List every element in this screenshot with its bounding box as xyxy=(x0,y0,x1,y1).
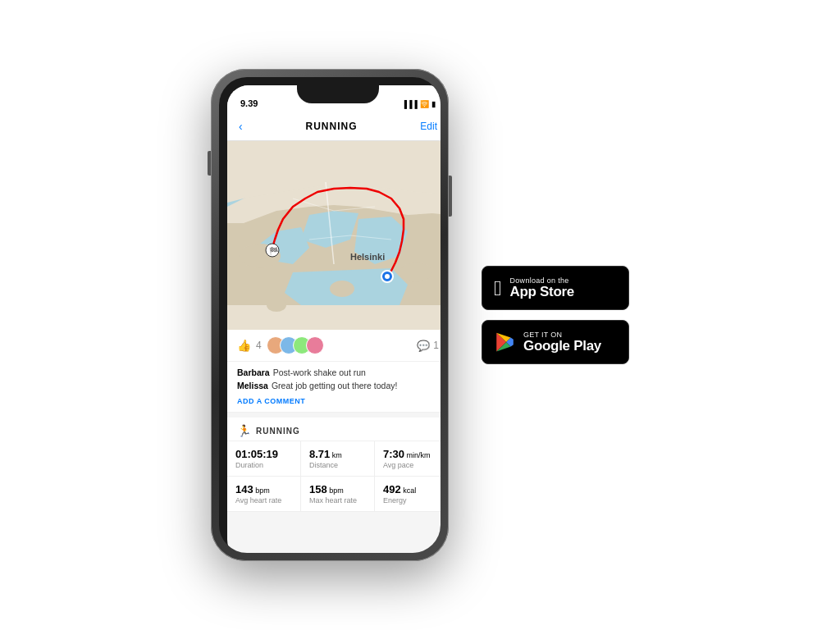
comment-count: 1 xyxy=(433,340,439,351)
social-bar: 👍 4 💬 1 xyxy=(227,330,441,362)
battery-icon: ▮ xyxy=(431,100,436,108)
comment-text-1: Post-work shake out run xyxy=(273,367,366,380)
svg-point-8 xyxy=(385,274,390,279)
status-icons: ▐▐▐ 🛜 ▮ xyxy=(402,100,436,108)
stat-max-hr-value: 158 bpm xyxy=(309,483,366,495)
googleplay-badge[interactable]: GET IT ON Google Play xyxy=(482,320,629,364)
google-play-icon xyxy=(494,331,515,353)
stats-row-1: 01:05:19 Duration 8.71 km Distance xyxy=(227,441,441,477)
comment-author-1: Barbara xyxy=(237,367,270,380)
stat-avg-hr-value: 143 bpm xyxy=(235,483,292,495)
stat-pace-value: 7:30 min/km xyxy=(383,448,441,460)
phone-mockup: 9.39 ▐▐▐ 🛜 ▮ ‹ RUNNING Edit xyxy=(211,69,449,561)
svg-point-4 xyxy=(267,299,286,312)
notch xyxy=(297,85,379,103)
appstore-line2: App Store xyxy=(510,285,575,300)
stat-duration: 01:05:19 Duration xyxy=(227,441,301,476)
signal-icon: ▐▐▐ xyxy=(402,100,418,108)
appstore-badge[interactable]:  Download on the App Store xyxy=(482,266,629,310)
nav-bar: ‹ RUNNING Edit xyxy=(227,112,441,141)
stat-avg-hr-label: Avg heart rate xyxy=(235,496,292,504)
stat-distance: 8.71 km Distance xyxy=(301,441,375,476)
social-left: 👍 4 xyxy=(237,336,324,354)
stat-energy-value: 492 kcal xyxy=(383,483,441,495)
stat-max-hr: 158 bpm Max heart rate xyxy=(301,477,375,511)
helsinki-label: Helsinki xyxy=(350,252,385,262)
activity-header: 🏃 RUNNING xyxy=(227,418,441,441)
stat-energy-label: Energy xyxy=(383,496,441,504)
comment-row-2: Melissa Great job getting out there toda… xyxy=(237,380,439,393)
stat-pace: 7:30 min/km Avg pace xyxy=(375,441,441,476)
googleplay-line2: Google Play xyxy=(523,339,601,354)
appstore-text: Download on the App Store xyxy=(510,276,575,300)
stats-row-2: 143 bpm Avg heart rate 158 bpm Max heart… xyxy=(227,477,441,512)
back-button[interactable]: ‹ xyxy=(239,120,243,133)
phone-screen: 9.39 ▐▐▐ 🛜 ▮ ‹ RUNNING Edit xyxy=(227,85,441,553)
nav-title: RUNNING xyxy=(305,121,357,132)
googleplay-text: GET IT ON Google Play xyxy=(523,331,601,354)
comment-icon[interactable]: 💬 xyxy=(417,340,430,352)
status-time: 9.39 xyxy=(240,98,258,108)
comments-section: Barbara Post-work shake out run Melissa … xyxy=(227,362,441,413)
comment-row-1: Barbara Post-work shake out run xyxy=(237,367,439,380)
svg-text:🏁: 🏁 xyxy=(269,246,279,256)
edit-button[interactable]: Edit xyxy=(420,121,437,132)
stat-pace-label: Avg pace xyxy=(383,461,441,469)
comment-author-2: Melissa xyxy=(237,380,268,393)
stat-distance-label: Distance xyxy=(309,461,366,469)
stat-energy: 492 kcal Energy xyxy=(375,477,441,511)
map-area: Helsinki 🏁 xyxy=(227,141,441,330)
phone-inner: 9.39 ▐▐▐ 🛜 ▮ ‹ RUNNING Edit xyxy=(219,77,441,553)
map-svg: Helsinki 🏁 xyxy=(227,141,441,330)
avatars xyxy=(267,336,324,354)
svg-point-2 xyxy=(399,262,432,282)
social-right: 💬 1 xyxy=(417,340,439,352)
apple-icon:  xyxy=(494,276,502,301)
scene: 9.39 ▐▐▐ 🛜 ▮ ‹ RUNNING Edit xyxy=(211,69,629,561)
avatar-4 xyxy=(306,336,324,354)
add-comment[interactable]: ADD A COMMENT xyxy=(237,396,439,408)
wifi-icon: 🛜 xyxy=(420,100,429,108)
stat-max-hr-label: Max heart rate xyxy=(309,496,366,504)
stat-duration-label: Duration xyxy=(235,461,292,469)
comment-text-2: Great job getting out there today! xyxy=(272,380,398,393)
running-icon: 🏃 xyxy=(237,424,251,437)
like-icon[interactable]: 👍 xyxy=(237,339,251,352)
phone-outer: 9.39 ▐▐▐ 🛜 ▮ ‹ RUNNING Edit xyxy=(211,69,449,561)
activity-label: RUNNING xyxy=(256,427,300,436)
activity-section: 🏃 RUNNING 01:05:19 Duration xyxy=(227,418,441,512)
stat-distance-value: 8.71 km xyxy=(309,448,366,460)
like-count: 4 xyxy=(256,340,262,351)
app-badges:  Download on the App Store GET IT ON Go… xyxy=(482,266,629,364)
stat-avg-hr: 143 bpm Avg heart rate xyxy=(227,477,301,511)
svg-point-3 xyxy=(330,281,354,297)
stat-duration-value: 01:05:19 xyxy=(235,448,292,460)
